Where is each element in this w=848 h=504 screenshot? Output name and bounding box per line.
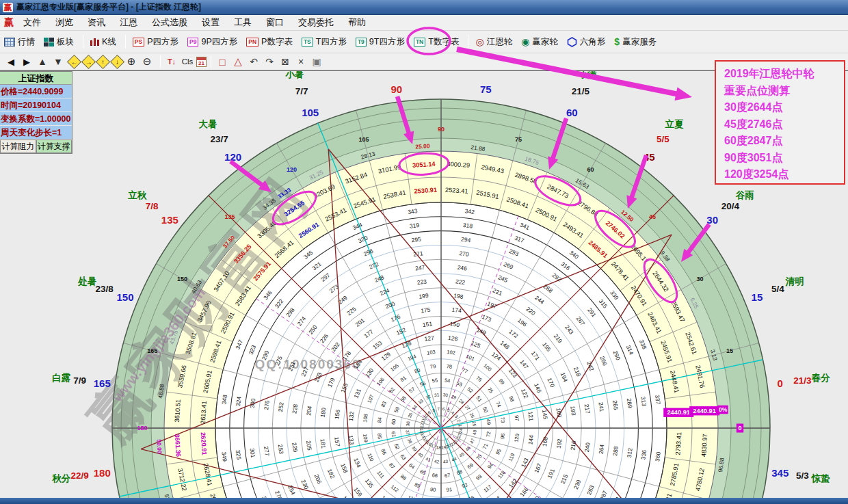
9t-square-button[interactable]: T99T四方形 <box>356 36 405 48</box>
svg-text:48: 48 <box>472 429 477 435</box>
svg-text:216: 216 <box>569 440 577 451</box>
shift-up-button[interactable]: ↑ <box>96 54 110 68</box>
quotes-button[interactable]: 行情 <box>4 36 35 48</box>
svg-text:325: 325 <box>235 449 243 460</box>
prev-button[interactable]: ◀ <box>4 55 18 68</box>
svg-text:79: 79 <box>429 363 436 370</box>
svg-text:23/8: 23/8 <box>95 284 114 294</box>
svg-text:37: 37 <box>405 429 410 435</box>
menu-item-窗口[interactable]: 窗口 <box>266 16 284 29</box>
triangle-tool-button[interactable]: △ <box>231 55 245 68</box>
kline-icon <box>90 38 99 46</box>
menu-item-交易委托[interactable]: 交易委托 <box>298 16 334 29</box>
menu-item-资讯[interactable]: 资讯 <box>88 16 105 29</box>
shift-left-button[interactable]: ← <box>67 54 81 68</box>
rotate-right-button[interactable]: ▼ <box>51 55 65 68</box>
svg-text:白露: 白露 <box>52 373 71 383</box>
winner-service-button[interactable]: $赢家服务 <box>614 36 657 48</box>
shift-right-button[interactable]: → <box>81 54 96 68</box>
svg-text:15: 15 <box>726 347 733 354</box>
svg-text:150: 150 <box>117 291 134 303</box>
svg-text:127: 127 <box>424 334 435 343</box>
menu-item-江恩[interactable]: 江恩 <box>120 16 137 29</box>
t-table-button[interactable]: TNT数字表 <box>414 36 459 48</box>
redo-button[interactable]: ↷ <box>263 55 276 68</box>
svg-text:180: 180 <box>137 425 147 432</box>
svg-text:61: 61 <box>390 431 397 437</box>
menu-item-公式选股[interactable]: 公式选股 <box>152 16 187 29</box>
calendar-button[interactable]: 21 <box>196 57 207 67</box>
svg-text:25: 25 <box>472 421 477 427</box>
menu-item-工具[interactable]: 工具 <box>234 16 252 29</box>
delete-box-button[interactable]: ⊠ <box>278 55 292 68</box>
zoom-out-button[interactable]: ⊖ <box>140 55 154 68</box>
svg-text:348: 348 <box>220 394 228 405</box>
svg-text:20/4: 20/4 <box>721 201 740 211</box>
winner-wheel-button[interactable]: ◉赢家轮 <box>521 36 558 48</box>
svg-text:7/9: 7/9 <box>73 375 86 386</box>
p-square-icon: PS <box>133 38 144 47</box>
rect-tool-button[interactable]: □ <box>215 55 229 68</box>
gann-wheel-button[interactable]: ◎江恩轮 <box>475 36 512 48</box>
svg-text:271: 271 <box>413 250 424 258</box>
svg-text:336: 336 <box>639 449 648 460</box>
svg-text:31: 31 <box>434 392 440 397</box>
zoom-in-button[interactable]: ⊕ <box>124 55 138 68</box>
svg-text:7/8: 7/8 <box>146 201 159 211</box>
kline-button-label: K线 <box>102 36 116 48</box>
p-table-icon: PN <box>246 38 259 47</box>
svg-text:289: 289 <box>626 398 634 409</box>
svg-text:22/9: 22/9 <box>70 470 88 481</box>
svg-text:5/3: 5/3 <box>796 470 809 481</box>
svg-text:2440.91: 2440.91 <box>667 409 690 416</box>
sectors-button[interactable]: 板块 <box>44 36 74 48</box>
annotation-line-3: 45度2746点 <box>724 116 841 133</box>
svg-text:120: 120 <box>224 151 241 163</box>
svg-text:277: 277 <box>263 446 271 457</box>
calc-resistance-button[interactable]: 计算阻力 <box>0 140 36 153</box>
next-button[interactable]: ▶ <box>20 55 34 68</box>
t-square-button[interactable]: TST四方形 <box>302 36 347 48</box>
svg-text:21/3: 21/3 <box>793 375 812 386</box>
t-range-button[interactable]: T↓ <box>165 55 178 68</box>
t-table-icon: TN <box>414 38 425 47</box>
p-square-button[interactable]: PSP四方形 <box>133 36 178 48</box>
annotation-line-4: 60度2847点 <box>724 133 841 150</box>
svg-text:109: 109 <box>362 434 369 443</box>
cls-button[interactable]: Cls <box>181 55 194 68</box>
svg-text:120: 120 <box>287 166 297 173</box>
svg-text:84: 84 <box>376 416 383 423</box>
svg-text:惊蛰: 惊蛰 <box>811 473 831 483</box>
svg-text:90: 90 <box>429 486 436 493</box>
gann-wheel-button-label: 江恩轮 <box>487 36 513 48</box>
rotate-left-button[interactable]: ▲ <box>36 55 49 68</box>
hexagon-button[interactable]: 六角形 <box>567 36 606 48</box>
svg-text:大暑: 大暑 <box>199 119 217 129</box>
menu-item-帮助[interactable]: 帮助 <box>348 16 366 29</box>
cross-button[interactable]: × <box>294 55 308 68</box>
svg-text:204: 204 <box>305 406 313 416</box>
winner-service-icon: $ <box>614 37 620 47</box>
svg-text:150: 150 <box>449 320 460 328</box>
svg-text:337: 337 <box>654 395 662 406</box>
calc-support-button[interactable]: 计算支撑 <box>36 140 72 153</box>
menu-item-文件[interactable]: 文件 <box>23 16 41 29</box>
svg-text:349: 349 <box>220 451 228 462</box>
svg-text:75: 75 <box>515 136 522 143</box>
svg-text:105: 105 <box>358 136 369 143</box>
svg-text:清明: 清明 <box>785 276 804 287</box>
svg-text:45: 45 <box>649 213 656 220</box>
9p-square-button[interactable]: P99P四方形 <box>187 36 237 48</box>
svg-text:60: 60 <box>587 166 594 173</box>
screen-button[interactable]: ▣ <box>310 55 323 68</box>
undo-button[interactable]: ↶ <box>247 55 261 68</box>
svg-text:108: 108 <box>362 414 369 423</box>
sectors-button-label: 板块 <box>57 36 74 48</box>
menu-item-浏览[interactable]: 浏览 <box>55 16 73 29</box>
svg-text:24: 24 <box>458 427 463 433</box>
p-table-button[interactable]: PNP数字表 <box>246 36 293 48</box>
app-logo-icon: 赢 <box>3 3 13 12</box>
shift-down-button[interactable]: ↓ <box>110 54 124 68</box>
menu-item-设置[interactable]: 设置 <box>202 16 220 29</box>
kline-button[interactable]: K线 <box>90 36 116 48</box>
